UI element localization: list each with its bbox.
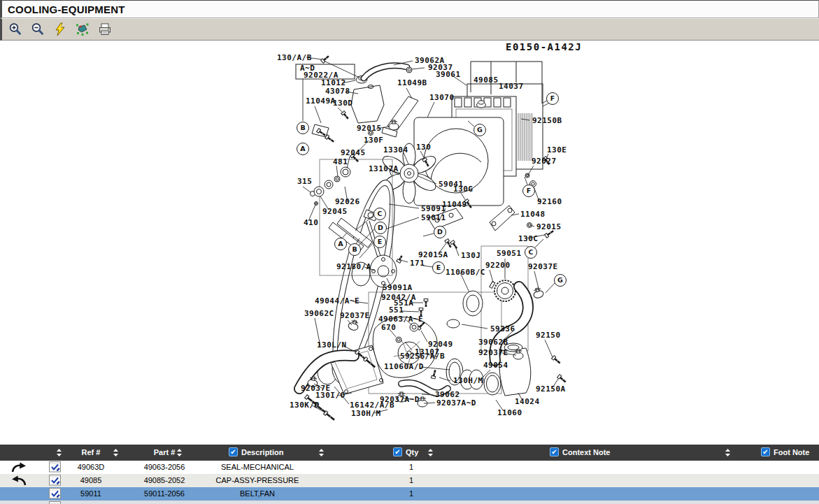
checkbox-description[interactable]: ✔ [229,447,238,456]
part-label[interactable]: 315 [297,177,312,186]
edit-note-icon[interactable] [49,461,61,473]
sort-icon[interactable] [176,448,183,457]
part-label[interactable]: 92027 [532,157,557,166]
part-label[interactable]: 92150A [536,384,566,394]
checkbox-context-note[interactable]: ✔ [550,447,559,456]
part-label[interactable]: 130H/M [453,376,483,385]
part-label[interactable]: 130I/O [315,391,346,400]
part-label[interactable]: 130J [461,251,481,260]
hotspot-image-button[interactable] [74,21,91,38]
part-label[interactable]: 92150 [536,331,561,340]
part-label[interactable]: 14037 [499,82,524,91]
part-label[interactable]: 59091A [383,283,413,292]
part-label[interactable]: 130C [518,234,539,243]
lightning-icon [52,22,68,37]
header-context-note[interactable]: Context Note [562,448,610,456]
part-label[interactable]: 551 [389,305,404,315]
edit-note-icon[interactable] [49,488,61,499]
part-label[interactable]: 171 [410,259,425,268]
part-label[interactable]: 130K/P [290,401,320,410]
part-label[interactable]: 92037A~D [436,398,476,408]
flash-highlight-button[interactable] [52,21,69,38]
part-label[interactable]: 92037E [528,262,558,271]
part-label[interactable]: 92045 [341,148,366,157]
part-label[interactable]: 39061 [436,70,461,79]
part-label[interactable]: 49085 [473,75,499,85]
part-label[interactable]: 39062B [478,338,508,347]
header-part[interactable]: Part # [119,448,210,456]
table-row[interactable]: 4908549085-2052CAP-ASSY-PRESSURE1 [0,474,819,487]
part-label[interactable]: 92180/A [336,262,371,271]
sort-icon[interactable] [427,448,434,457]
zoom-out-button[interactable] [29,21,46,38]
part-label[interactable]: 92045 [322,207,348,216]
part-label[interactable]: 92160 [537,197,562,206]
part-label[interactable]: 92200 [485,261,511,270]
edit-note-icon[interactable] [49,501,61,504]
part-label[interactable]: 130F [364,136,384,145]
part-label[interactable]: 92037E [340,311,370,320]
part-label[interactable]: 14024 [515,397,540,406]
sort-icon[interactable] [56,448,62,457]
part-label[interactable]: 59336 [490,324,515,333]
part-label[interactable]: 11060A/D [384,362,424,371]
part-label[interactable]: 481 [333,157,348,166]
forward-arrow-icon[interactable] [10,461,28,473]
header-description[interactable]: Description [241,448,284,456]
back-arrow-icon[interactable] [10,474,28,487]
part-label[interactable]: 92026 [335,197,360,206]
part-label[interactable]: 59091 [421,204,446,213]
part-label[interactable]: 130L/N [317,340,347,350]
part-label[interactable]: 130E [547,145,567,154]
part-label[interactable]: 11049A [306,96,336,106]
table-row[interactable]: 5901159011-2056BELT,FAN1 [0,487,819,501]
sort-icon[interactable] [113,448,119,457]
callout-letter: C [378,210,383,217]
cell-description: SEAL-MECHANICAL [205,463,310,471]
callout-letter: F [527,187,532,194]
part-label[interactable]: 410 [304,218,318,227]
callout-letter: A [300,145,306,152]
diagram-viewport[interactable]: 130/A/B110124307811049A130D92015130F3906… [0,41,819,445]
table-row[interactable]: 49063D49063-2056SEAL-MECHANICAL1 [0,461,819,474]
part-label[interactable]: 130/A/B [277,53,312,62]
part-label[interactable]: 59051 [497,249,522,258]
part-label[interactable]: 39062C [304,309,334,318]
sort-icon[interactable] [318,448,325,457]
part-label[interactable]: 49044/A~E [315,296,359,305]
part-label[interactable]: 59011 [421,213,446,222]
header-foot-note[interactable]: Foot Note [774,448,809,456]
part-label[interactable]: 11060 [497,408,522,417]
callout-letter: G [557,276,563,284]
part-label[interactable]: 13107A [369,164,399,173]
part-label[interactable]: 130H/M [351,409,381,418]
part-label[interactable]: 13070 [429,93,455,102]
part-label[interactable]: 59256/A/B [400,352,445,361]
part-label[interactable]: 11060B/C [446,268,485,277]
part-label[interactable]: 92037E [478,348,508,357]
part-label[interactable]: 130G [453,185,473,194]
part-label[interactable]: 670 [381,323,396,332]
checkbox-qty[interactable]: ✔ [393,447,402,456]
header-ref[interactable]: Ref # [66,448,115,456]
part-label[interactable]: 92150B [532,116,562,125]
zoom-in-button[interactable] [7,21,24,38]
part-label[interactable]: 92015 [536,222,562,231]
part-label[interactable]: 92015 [357,124,382,133]
part-label[interactable]: 43078 [325,87,350,96]
header-qty[interactable]: Qty [406,448,418,456]
edit-note-icon[interactable] [49,475,61,486]
part-label[interactable]: 13304 [383,145,408,154]
part-label[interactable]: 11049B [397,78,427,87]
part-label[interactable]: 49054 [483,361,508,370]
part-label[interactable]: 130D [333,99,353,108]
part-label[interactable]: 92022/A [304,71,339,80]
hotspot-image-icon [75,22,90,37]
part-label[interactable]: 92037A~D [380,395,420,404]
print-button[interactable] [97,21,113,38]
table-row-partial[interactable] [0,501,819,504]
checkbox-foot-note[interactable]: ✔ [761,447,770,456]
part-label[interactable]: 11048 [520,210,546,219]
sort-icon[interactable] [725,448,731,457]
part-label[interactable]: 130 [416,143,431,152]
